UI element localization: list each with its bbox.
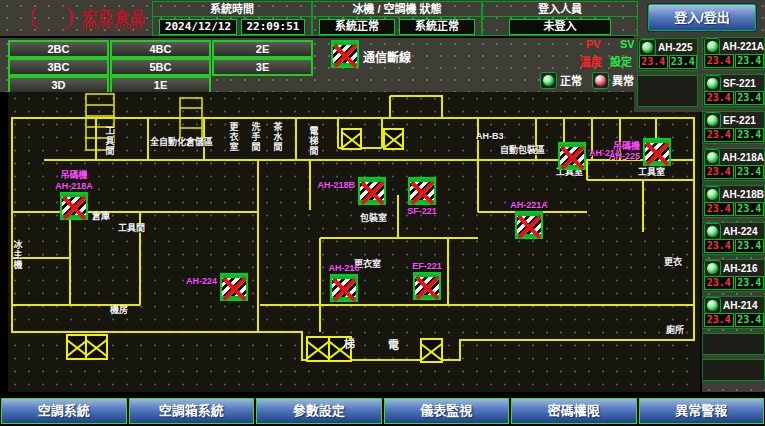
ahu-map-label-line1: AH-221A xyxy=(510,200,548,210)
ahu-map-label-line1: AH-216 xyxy=(328,263,359,273)
unit-led-icon xyxy=(704,38,720,55)
room-label: 更衣 xyxy=(664,258,682,267)
stair-x-icon xyxy=(341,128,362,150)
comm-loss-label: 通信斷線 xyxy=(363,48,411,65)
unit-sv-value: 23.4 xyxy=(735,276,765,290)
ahu-map-label: AH-216 xyxy=(328,263,359,273)
zone-button[interactable]: 3BC xyxy=(8,58,109,76)
unit-name: AH-218B xyxy=(722,189,764,200)
system-clock-value: 22:09:51 xyxy=(241,19,305,35)
abnormal-legend: 異常 xyxy=(592,72,634,88)
ahu-map-label-line2: 吊碼機 xyxy=(55,170,93,180)
zone-button[interactable]: 4BC xyxy=(110,40,211,58)
unit-name: SF-221 xyxy=(723,78,756,89)
ahu-map-icon[interactable]: EF-221 xyxy=(413,272,441,300)
zone-button[interactable]: 3E xyxy=(212,58,313,76)
unit-panel[interactable]: AH-216 23.4 23.4 xyxy=(702,259,765,292)
unit-sv-value: 23.4 xyxy=(735,239,765,253)
comm-loss-legend: 通信斷線 xyxy=(331,40,461,70)
ahu-map-label-line1: AH-218A xyxy=(55,181,93,191)
room-label: 梯 xyxy=(344,339,355,351)
room-label: 工具間 xyxy=(118,224,145,233)
room-label: 洗手間 xyxy=(250,122,259,152)
nav-button[interactable]: 儀表監視 xyxy=(384,398,510,424)
unit-panel[interactable]: AH-214 23.4 23.4 xyxy=(702,296,765,329)
room-label: 包裝室 xyxy=(360,214,387,223)
unit-pv-value: 23.4 xyxy=(704,165,734,179)
brand-mark-icon xyxy=(32,3,78,33)
room-label: 更衣室 xyxy=(228,122,237,152)
room-label: 工具室 xyxy=(638,168,665,177)
login-logout-button[interactable]: 登入/登出 xyxy=(648,4,756,31)
zone-button[interactable]: 5BC xyxy=(110,58,211,76)
ahu-map-icon[interactable]: 吊碼機 AH-218A xyxy=(60,192,88,220)
unit-panel[interactable]: SF-221 23.4 23.4 xyxy=(702,74,765,107)
comm-loss-sample xyxy=(331,40,359,68)
unit-led-icon xyxy=(639,39,656,56)
ahu-map-icon[interactable]: AH-224 xyxy=(220,273,248,301)
unit-column-left: AH-225 23.4 23.4 xyxy=(637,38,698,107)
room-label: 全自動化倉儲區 xyxy=(150,138,213,147)
ahu-map-icon[interactable]: AH-214 xyxy=(558,142,586,170)
unit-list-right: AH-221A 23.4 23.4 SF-221 23.4 23.4 xyxy=(702,37,765,329)
nav-button[interactable]: 空調箱系統 xyxy=(129,398,255,424)
ahu-map-label: SF-221 xyxy=(407,206,437,216)
room-label: AH-B3 xyxy=(476,132,504,141)
unit-panel[interactable]: AH-221A 23.4 23.4 xyxy=(702,37,765,70)
ahu-map-label: 吊碼機 AH-225 xyxy=(609,141,640,162)
unit-led-icon xyxy=(704,75,721,92)
unit-column-right: AH-221A 23.4 23.4 SF-221 23.4 23.4 xyxy=(702,36,765,392)
normal-legend: 正常 xyxy=(540,72,582,88)
ahu-map-label-line1: SF-221 xyxy=(407,206,437,216)
bottom-nav: 空調系統空調箱系統參數設定儀表監視密碼權限異常警報 xyxy=(0,398,765,424)
empty-unit-slot xyxy=(702,359,765,381)
ahu-map-icon[interactable]: 吊碼機 AH-225 xyxy=(643,138,671,166)
comm-loss-x-icon xyxy=(330,274,358,302)
unit-sv-value: 23.4 xyxy=(735,128,765,142)
hmi-screen: 宏亞食品 HUNYA FOODS 系統時間 2024/12/12 22:09:5… xyxy=(0,0,765,426)
nav-button[interactable]: 密碼權限 xyxy=(511,398,637,424)
room-label: 倉庫 xyxy=(92,212,110,221)
unit-led-icon xyxy=(704,297,721,314)
abnormal-led-icon xyxy=(592,72,609,89)
nav-button[interactable]: 異常警報 xyxy=(639,398,765,424)
zone-button[interactable]: 2BC xyxy=(8,40,109,58)
brand-name-en: HUNYA FOODS xyxy=(82,23,144,30)
unit-panel[interactable]: AH-224 23.4 23.4 xyxy=(702,222,765,255)
ahu-map-label: AH-218B xyxy=(317,180,355,190)
ahu-map-icon[interactable]: AH-218B xyxy=(358,177,386,205)
stair-x-icon xyxy=(420,338,443,363)
login-user-value: 未登入 xyxy=(509,19,611,35)
sv-header: SV xyxy=(620,38,635,50)
unit-name: AH-221A xyxy=(722,41,764,52)
unit-sv-value: 23.4 xyxy=(669,55,698,69)
ahu-map-icon[interactable]: AH-216 xyxy=(330,274,358,302)
nav-button[interactable]: 空調系統 xyxy=(1,398,127,424)
unit-panel[interactable]: AH-218A 23.4 23.4 xyxy=(702,148,765,181)
stair-x-icon xyxy=(383,128,404,150)
brand-logo: 宏亞食品 HUNYA FOODS xyxy=(8,2,148,34)
unit-led-icon xyxy=(704,112,721,129)
unit-panel[interactable]: EF-221 23.4 23.4 xyxy=(702,111,765,144)
comm-loss-x-icon xyxy=(358,177,386,205)
nav-button-list: 空調系統空調箱系統參數設定儀表監視密碼權限異常警報 xyxy=(1,398,764,424)
unit-panel[interactable]: AH-218B 23.4 23.4 xyxy=(702,185,765,218)
machine-status-section: 冰機 / 空調機 狀態 系統正常 系統正常 xyxy=(312,1,482,36)
room-label: 工具間 xyxy=(104,126,113,156)
chiller-status-value: 系統正常 xyxy=(319,19,395,35)
unit-panel[interactable]: AH-225 23.4 23.4 xyxy=(637,38,698,71)
unit-sv-value: 23.4 xyxy=(735,313,765,327)
ahu-map-label-line2: 吊碼機 xyxy=(609,141,640,151)
unit-name: EF-221 xyxy=(723,115,756,126)
nav-button[interactable]: 參數設定 xyxy=(256,398,382,424)
zone-button[interactable]: 2E xyxy=(212,40,313,58)
ahu-map-icon[interactable]: AH-221A xyxy=(515,211,543,239)
ahu-map-label: EF-221 xyxy=(412,261,442,271)
unit-pv-value: 23.4 xyxy=(704,128,734,142)
unit-pv-value: 23.4 xyxy=(704,91,734,105)
unit-name: AH-218A xyxy=(722,152,764,163)
unit-pv-value: 23.4 xyxy=(639,55,668,69)
pv-sub-label: 溫度 xyxy=(580,53,602,69)
ahu-map-label-line1: AH-224 xyxy=(186,276,217,286)
ahu-map-icon[interactable]: SF-221 xyxy=(408,177,436,205)
